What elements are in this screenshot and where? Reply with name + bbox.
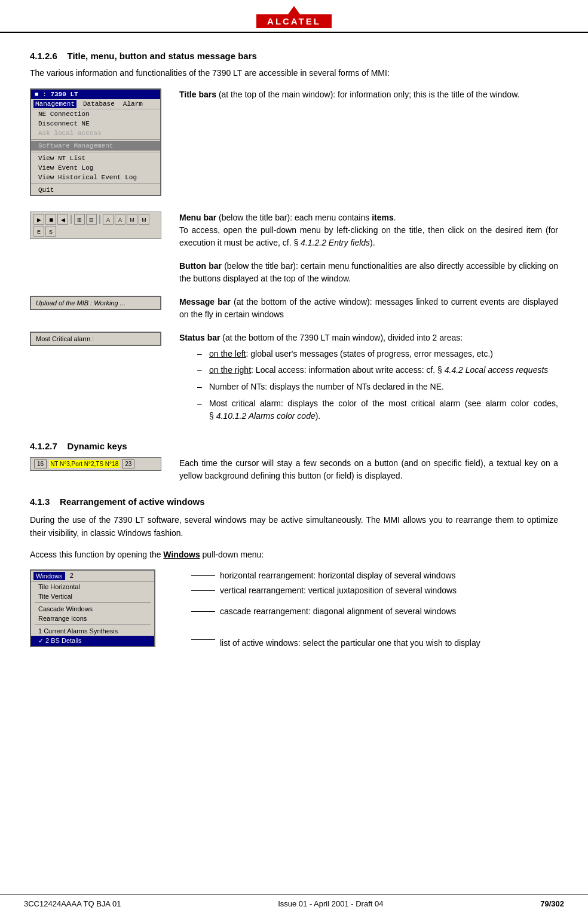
menu-sep-2 xyxy=(31,152,160,152)
desc-group-1: horizontal rearrangement: horizontal dis… xyxy=(191,569,558,599)
button-bar-mockup-col xyxy=(30,260,161,285)
page-footer: 3CC12424AAAA TQ BJA 01 Issue 01 - April … xyxy=(0,894,588,913)
dynkeys-content: NT N°3,Port N°2,TS N°18 xyxy=(49,460,120,468)
section-413-access: Access this function by opening the Wind… xyxy=(30,549,558,562)
button-bar-text: (below the title bar): certain menu func… xyxy=(179,261,558,283)
toolbar-mockup: ▶ ⏹ ◀ ⊞ ⊟ A A M M E S xyxy=(30,212,161,239)
title-bars-mockup-col: ■ : 7390 LT Management Database Alarm NE… xyxy=(30,88,161,201)
tb-btn-6: A xyxy=(103,214,114,225)
message-bar-text: (at the bottom of the active window): me… xyxy=(179,297,558,319)
section-413-number: 4.1.3 xyxy=(30,497,50,507)
desc-tile-v: vertical rearrangement: vertical juxtapo… xyxy=(220,584,457,597)
dynkeys-num-right: 23 xyxy=(122,459,134,468)
desc-cascade-row: cascade rearrangement: diagonal alignmen… xyxy=(191,605,558,618)
title-bars-row: ■ : 7390 LT Management Database Alarm NE… xyxy=(30,88,558,201)
section-4126-intro: The various information and functionalit… xyxy=(30,67,558,80)
menu-item-4: Software Management xyxy=(31,141,160,151)
windows-menu-row: Windows 2 Tile Horizontal Tite Vertical … xyxy=(30,569,558,649)
win-sep-1 xyxy=(35,602,151,603)
bullet-1: on the left: global user's messages (sta… xyxy=(197,348,558,361)
windows-menu-descs: horizontal rearrangement: horizontal dis… xyxy=(179,569,558,649)
dynkeys-num-left: 16 xyxy=(34,459,47,468)
status-bar-mockup: Most Critical alarm : xyxy=(30,332,161,346)
menu-bar-row: ▶ ⏹ ◀ ⊞ ⊟ A A M M E S Menu bar (below th… xyxy=(30,212,558,249)
tb-btn-10: E xyxy=(33,226,44,237)
menu-item-7: View Historical Event Log xyxy=(31,173,160,182)
section-4126-number: 4.1.2.6 xyxy=(30,51,57,61)
dynkeys-row: 16 NT N°3,Port N°2,TS N°18 23 Each time … xyxy=(30,457,558,482)
menu-bar-text1: (below the title bar): each menu contain… xyxy=(216,213,372,222)
message-bar-row: Upload of the MIB : Working ... Message … xyxy=(30,296,558,321)
titlebar-text: ■ : 7390 LT xyxy=(31,90,160,99)
desc-group-2: cascade rearrangement: diagonal alignmen… xyxy=(191,605,558,620)
footer-right: 79/302 xyxy=(540,899,564,908)
title-bar-mockup: ■ : 7390 LT Management Database Alarm NE… xyxy=(30,88,161,196)
menu-sep-1 xyxy=(31,139,160,140)
alcatel-logo: ALCATEL xyxy=(256,6,332,28)
message-bar-mockup-col: Upload of the MIB : Working ... xyxy=(30,296,161,321)
line-active xyxy=(191,637,215,640)
tb-btn-8: M xyxy=(127,214,137,225)
win-item-bs-details: ✓ 2 BS Details xyxy=(31,636,154,646)
title-bars-label: Title bars xyxy=(179,90,216,99)
tb-btn-9: M xyxy=(139,214,149,225)
win-item-tile-v: Tite Vertical xyxy=(31,592,154,601)
menu-alarm: Alarm xyxy=(121,100,145,108)
dynkeys-desc: Each time the cursor will stay a few sec… xyxy=(179,457,558,482)
section-4126-heading: 4.1.2.6 Title, menu, button and status m… xyxy=(30,51,558,61)
desc-tile-h-row: horizontal rearrangement: horizontal dis… xyxy=(191,569,558,582)
menu-database: Database xyxy=(81,100,117,108)
section-4127-number: 4.1.2.7 xyxy=(30,441,57,451)
message-bar-desc: Message bar (at the bottom of the active… xyxy=(179,296,558,321)
bullet-3: Number of NTs: displays the number of NT… xyxy=(197,381,558,394)
desc-tile-v-row: vertical rearrangement: vertical juxtapo… xyxy=(191,584,558,597)
page-header: ALCATEL xyxy=(0,0,588,33)
line-tile-v xyxy=(191,590,215,591)
tb-btn-7: A xyxy=(115,214,125,225)
button-bar-desc: Button bar (below the title bar): certai… xyxy=(179,260,558,285)
desc-group-3: list of active windows: select the parti… xyxy=(191,637,558,649)
windows-menubar: Windows 2 xyxy=(31,571,154,582)
tb-btn-11: S xyxy=(45,226,56,237)
menu-item-quit: Quit xyxy=(31,185,160,195)
title-bars-text: (at the top of the main window): for inf… xyxy=(219,90,519,99)
logo-text: ALCATEL xyxy=(256,14,332,28)
menu-item-6: View Event Log xyxy=(31,163,160,173)
windows-menu-mockup-col: Windows 2 Tile Horizontal Tite Vertical … xyxy=(30,569,161,649)
win-item-tile-h: Tile Horizontal xyxy=(31,582,154,592)
tb-sep-1 xyxy=(71,215,72,224)
section-413-intro: During the use of the 7390 LT software, … xyxy=(30,514,558,540)
footer-left: 3CC12424AAAA TQ BJA 01 xyxy=(24,899,121,908)
menu-item-3: Ask local access xyxy=(31,128,160,138)
menu-bar-bold: items xyxy=(372,213,394,222)
tb-btn-4: ⊞ xyxy=(74,214,85,225)
desc-tile-h: horizontal rearrangement: horizontal dis… xyxy=(220,569,456,582)
menu-sep-3 xyxy=(31,183,160,184)
menu-item-5: View NT List xyxy=(31,154,160,163)
menu-bar-link: 4.1.2.2 Entry fields xyxy=(301,238,370,247)
windows-mockup: Windows 2 Tile Horizontal Tite Vertical … xyxy=(30,569,155,647)
status-bar-bullets: on the left: global user's messages (sta… xyxy=(197,348,558,423)
desc-cascade: cascade rearrangement: diagonal alignmen… xyxy=(220,605,456,618)
win-item-rearrange: Rearrange Icons xyxy=(31,614,154,623)
title-bars-desc: Title bars (at the top of the main windo… xyxy=(179,88,558,201)
menu-bar-desc: Menu bar (below the title bar): each men… xyxy=(179,212,558,249)
message-bar-label: Message bar xyxy=(179,297,231,307)
dynkeys-mockup: 16 NT N°3,Port N°2,TS N°18 23 xyxy=(30,457,161,471)
title-bar-title: : 7390 LT xyxy=(42,91,78,98)
menu-management: Management xyxy=(33,100,76,108)
win-item-cascade: Cascade Windows xyxy=(31,604,154,614)
section-413-heading: 4.1.3 Rearrangement of active windows xyxy=(30,497,558,507)
line-cascade xyxy=(191,611,215,612)
line-tile-h xyxy=(191,575,215,576)
dynkeys-text: Each time the cursor will stay a few sec… xyxy=(179,457,558,482)
dynkeys-mockup-col: 16 NT N°3,Port N°2,TS N°18 23 xyxy=(30,457,161,482)
section-413-title: Rearrangement of active windows xyxy=(60,497,205,507)
windows-menu-num: 2 xyxy=(70,572,74,580)
menu-bar-label: Menu bar xyxy=(179,213,216,222)
message-bar-mockup: Upload of the MIB : Working ... xyxy=(30,296,161,310)
win-item-current-alarms: 1 Current Alarms Synthesis xyxy=(31,626,154,636)
win-sep-2 xyxy=(35,624,151,625)
section-4127-title: Dynamic keys xyxy=(68,441,127,451)
menu-item-1: NE Connection xyxy=(31,109,160,119)
